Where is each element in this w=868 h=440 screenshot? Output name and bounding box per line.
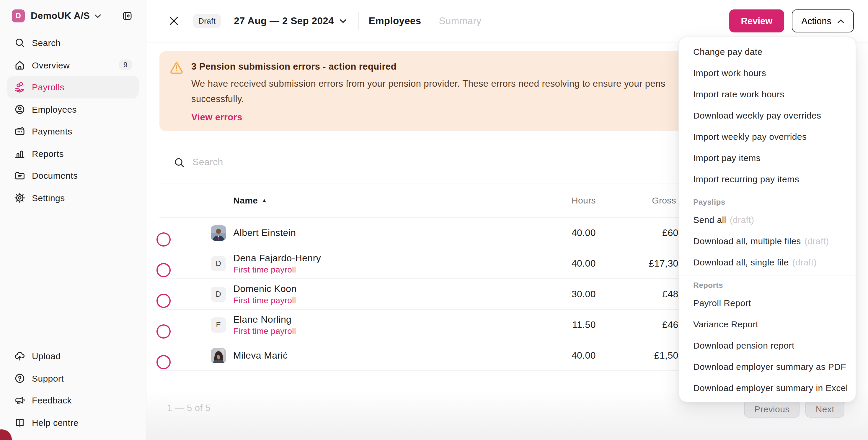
wallet-icon bbox=[14, 126, 25, 137]
gross-pay-value: £1,500 bbox=[596, 350, 684, 361]
sidebar-item-settings[interactable]: Settings bbox=[7, 187, 139, 209]
employee-name: Dena Fajardo-Henry bbox=[233, 253, 525, 263]
menu-item-download-all-single-file[interactable]: Download all, single file (draft) bbox=[679, 251, 856, 272]
avatar-initial: D bbox=[211, 256, 226, 271]
sidebar-item-documents[interactable]: Documents bbox=[7, 165, 139, 187]
sidebar-item-label: Payments bbox=[32, 127, 72, 137]
menu-section-reports: Reports bbox=[679, 275, 856, 290]
menu-item-import-pay-items[interactable]: Import pay items bbox=[679, 147, 856, 168]
close-icon bbox=[169, 16, 179, 26]
review-button[interactable]: Review bbox=[729, 9, 784, 32]
chevron-up-icon bbox=[837, 19, 844, 23]
gross-pay-value: £460 bbox=[596, 319, 684, 330]
chevron-down-icon bbox=[94, 14, 101, 18]
hours-value: 30.00 bbox=[525, 289, 596, 299]
sidebar-nav: Search Overview 9 Payrolls Employees Pay… bbox=[0, 32, 146, 209]
megaphone-icon bbox=[14, 395, 25, 406]
actions-button[interactable]: Actions bbox=[792, 9, 854, 32]
hours-value: 40.00 bbox=[525, 227, 596, 238]
menu-item-import-weekly-pay-overrides[interactable]: Import weekly pay overrides bbox=[679, 126, 856, 147]
sidebar-item-support[interactable]: Support bbox=[7, 367, 139, 389]
banner-title: 3 Pension submission errors - action req… bbox=[191, 61, 665, 72]
hours-value: 11.50 bbox=[525, 319, 596, 330]
toggle-knob bbox=[156, 232, 170, 246]
draft-suffix: (draft) bbox=[793, 257, 817, 267]
menu-item-variance-report[interactable]: Variance Report bbox=[679, 313, 856, 334]
sidebar-footer-nav: Upload Support Feedback Help centre bbox=[0, 345, 146, 434]
menu-item-download-weekly-pay-overrides[interactable]: Download weekly pay overrides bbox=[679, 104, 856, 126]
sidebar-item-label: Upload bbox=[32, 351, 61, 361]
pay-period-selector[interactable]: 27 Aug — 2 Sep 2024 bbox=[234, 15, 347, 27]
sidebar-item-reports[interactable]: Reports bbox=[7, 142, 139, 165]
search-icon bbox=[14, 37, 25, 49]
company-logo: D bbox=[12, 9, 25, 23]
folder-doc-icon bbox=[14, 170, 25, 181]
payroll-app: D DemoUK A/S Search Overview 9 Payrolls bbox=[0, 0, 868, 440]
toggle-knob bbox=[156, 355, 170, 369]
employee-name: Domenic Koon bbox=[233, 283, 525, 294]
gross-pay-value: £480 bbox=[596, 289, 684, 299]
employee-name: Albert Einstein bbox=[233, 227, 525, 238]
banner-content: 3 Pension submission errors - action req… bbox=[191, 60, 665, 131]
sidebar-item-help-centre[interactable]: Help centre bbox=[7, 411, 139, 434]
search-icon bbox=[174, 157, 185, 168]
menu-item-download-pension-report[interactable]: Download pension report bbox=[679, 334, 856, 356]
sidebar-item-label: Help centre bbox=[32, 417, 79, 428]
menu-item-download-employer-summary-excel[interactable]: Download employer summary in Excel bbox=[679, 377, 856, 398]
toggle-knob bbox=[156, 263, 170, 277]
employee-name: Mileva Marić bbox=[233, 350, 525, 361]
banner-message-line2: successfully. bbox=[191, 92, 665, 107]
menu-item-import-recurring-pay-items[interactable]: Import recurring pay items bbox=[679, 168, 856, 189]
sidebar-item-employees[interactable]: Employees bbox=[7, 98, 139, 120]
close-button[interactable] bbox=[169, 16, 179, 26]
tab-summary[interactable]: Summary bbox=[439, 15, 482, 27]
avatar bbox=[211, 225, 226, 240]
sidebar-item-feedback[interactable]: Feedback bbox=[7, 389, 139, 411]
menu-item-import-work-hours[interactable]: Import work hours bbox=[679, 62, 856, 83]
draft-suffix: (draft) bbox=[730, 214, 754, 225]
gear-icon bbox=[14, 192, 25, 203]
sidebar-item-overview[interactable]: Overview 9 bbox=[7, 54, 139, 76]
sidebar-item-search[interactable]: Search bbox=[7, 32, 139, 54]
sidebar-item-label: Search bbox=[32, 38, 61, 48]
employee-name: Elane Norling bbox=[233, 314, 525, 325]
home-icon bbox=[14, 60, 25, 71]
actions-dropdown-menu: Change pay date Import work hours Import… bbox=[678, 37, 856, 402]
panel-collapse-icon bbox=[123, 12, 132, 20]
column-header-name[interactable]: Name ▲ bbox=[233, 195, 525, 205]
menu-item-payroll-report[interactable]: Payroll Report bbox=[679, 292, 856, 313]
sidebar-collapse-button[interactable] bbox=[123, 12, 132, 20]
pagination-range: 1 — 5 of 5 bbox=[167, 403, 211, 413]
sidebar-item-label: Documents bbox=[32, 171, 78, 181]
bar-chart-icon bbox=[14, 148, 25, 159]
banner-message-line1: We have received submission errors from … bbox=[191, 76, 665, 92]
toggle-knob bbox=[156, 294, 170, 308]
menu-item-change-pay-date[interactable]: Change pay date bbox=[679, 41, 856, 62]
tab-employees[interactable]: Employees bbox=[369, 15, 421, 27]
avatar bbox=[211, 348, 226, 363]
view-errors-link[interactable]: View errors bbox=[191, 112, 242, 123]
menu-item-import-rate-work-hours[interactable]: Import rate work hours bbox=[679, 83, 856, 104]
hours-value: 40.00 bbox=[525, 258, 596, 269]
menu-item-send-all[interactable]: Send all (draft) bbox=[679, 209, 856, 230]
column-header-gross-pay: Gross p bbox=[596, 195, 684, 205]
pay-period-label: 27 Aug — 2 Sep 2024 bbox=[234, 15, 334, 27]
sidebar-item-payments[interactable]: Payments bbox=[7, 120, 139, 142]
question-circle-icon bbox=[14, 373, 25, 384]
sidebar-item-payrolls[interactable]: Payrolls bbox=[7, 76, 139, 98]
menu-item-download-all-multiple-files[interactable]: Download all, multiple files (draft) bbox=[679, 230, 856, 251]
hours-value: 40.00 bbox=[525, 350, 596, 361]
banner-message: We have received submission errors from … bbox=[191, 76, 665, 107]
previous-button[interactable]: Previous bbox=[744, 400, 800, 417]
user-circle-icon bbox=[14, 104, 25, 115]
company-selector[interactable]: D DemoUK A/S bbox=[0, 0, 146, 32]
next-button[interactable]: Next bbox=[806, 400, 844, 417]
employee-subtitle: First time payroll bbox=[233, 295, 525, 305]
column-header-hours: Hours bbox=[525, 195, 596, 205]
menu-item-download-employer-summary-pdf[interactable]: Download employer summary as PDF bbox=[679, 356, 856, 377]
sidebar-item-upload[interactable]: Upload bbox=[7, 345, 139, 367]
sidebar-item-label: Settings bbox=[32, 193, 65, 203]
company-name: DemoUK A/S bbox=[31, 11, 90, 21]
payroll-topbar: Draft 27 Aug — 2 Sep 2024 Employees Summ… bbox=[147, 0, 868, 42]
payrolls-icon bbox=[14, 82, 25, 93]
